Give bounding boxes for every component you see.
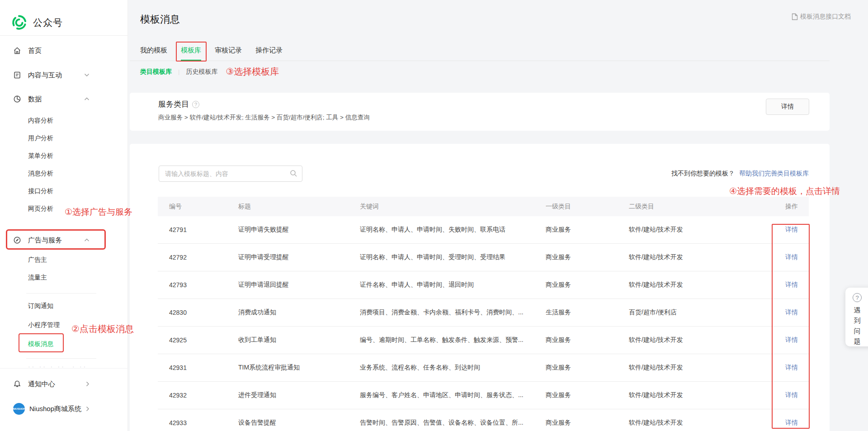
table-row: 42791证明申请失败提醒证明名称、申请人、申请时间、失败时间、联系电话商业服务… xyxy=(158,216,809,244)
help-widget-char: 到 xyxy=(854,315,861,326)
sidebar-subitem[interactable]: 订阅通知 xyxy=(0,297,127,316)
column-header: 关键词 xyxy=(349,203,534,211)
sidebar-subitem[interactable]: 模板消息 xyxy=(0,335,127,354)
subtab-bar: 类目模板库 | 历史模板库 ③选择模板库 xyxy=(140,66,279,78)
chevron-up-icon xyxy=(84,97,90,101)
help-line: 找不到你想要的模板？ 帮助我们完善类目模板库 xyxy=(671,170,809,178)
chevron-right-icon xyxy=(86,406,90,412)
table-cell: 商业服务 xyxy=(534,226,618,234)
sidebar-item-data[interactable]: 数据 xyxy=(0,90,127,108)
template-table-card: 找不到你想要的模板？ 帮助我们完善类目模板库 编号标题关键词一级类目二级类目操作… xyxy=(130,144,830,431)
detail-link[interactable]: 详情 xyxy=(785,281,798,288)
subtab-category-library[interactable]: 类目模板库 xyxy=(140,68,172,76)
table-cell: 42792 xyxy=(158,254,227,261)
sidebar-subitem[interactable]: 接口分析 xyxy=(0,182,127,200)
tab-1[interactable]: 模板库 xyxy=(181,40,201,61)
sidebar-item-home[interactable]: 首页 xyxy=(0,42,127,60)
table-cell: 商业服务 xyxy=(534,391,618,399)
tab-0[interactable]: 我的模板 xyxy=(140,40,167,61)
sidebar-subitem[interactable]: 流量主 xyxy=(0,269,127,286)
bell-icon xyxy=(13,380,21,388)
table-cell: 收到工单通知 xyxy=(227,336,349,344)
category-detail-button[interactable]: 详情 xyxy=(766,99,809,115)
sidebar-subitem[interactable]: 广告主 xyxy=(0,251,127,269)
improve-library-link[interactable]: 帮助我们完善类目模板库 xyxy=(739,170,809,177)
table-cell: 软件/建站/技术开发 xyxy=(618,336,764,344)
page-title: 模板消息 xyxy=(140,13,180,26)
sidebar-item-notification-center[interactable]: 通知中心 xyxy=(0,375,127,393)
detail-link[interactable]: 详情 xyxy=(785,253,798,260)
table-cell: 软件/建站/技术开发 xyxy=(618,281,764,289)
sidebar-subitem[interactable]: 消息分析 xyxy=(0,165,127,182)
chevron-right-icon xyxy=(86,381,90,387)
table-cell: 42925 xyxy=(158,336,227,344)
tab-3[interactable]: 操作记录 xyxy=(255,40,283,61)
table-cell: 商业服务 xyxy=(534,336,618,344)
question-circle-icon[interactable]: ? xyxy=(192,101,199,108)
detail-link[interactable]: 详情 xyxy=(785,419,798,426)
table-cell: 编号、逾期时间、工单名称、触发条件、触发来源、预警... xyxy=(349,336,534,344)
detail-link[interactable]: 详情 xyxy=(785,308,798,316)
table-cell: 进件受理通知 xyxy=(227,391,349,399)
table-cell: 设备告警提醒 xyxy=(227,419,349,427)
data-subnav: 内容分析用户分析菜单分析消息分析接口分析网页分析 xyxy=(0,112,127,218)
sidebar-item-label: 首页 xyxy=(28,47,42,55)
sidebar-subitem[interactable]: 菜单分析 xyxy=(0,147,127,165)
subtab-history-library[interactable]: 历史模板库 xyxy=(186,68,217,76)
search-input[interactable] xyxy=(159,166,302,182)
table-cell: 商业服务 xyxy=(534,419,618,427)
tab-2[interactable]: 审核记录 xyxy=(215,40,242,61)
sidebar-item-label: 数据 xyxy=(28,95,42,104)
table-cell: 证明申请受理提醒 xyxy=(227,253,349,261)
table-cell: 证件名称、申请人、申请时间、退回时间 xyxy=(349,281,534,289)
sidebar-subitem[interactable]: 用户分析 xyxy=(0,129,127,147)
tab-bar: 我的模板模板库审核记录操作记录 xyxy=(130,40,830,61)
table-cell: 生活服务 xyxy=(534,308,618,317)
table-cell: 商业服务 xyxy=(534,253,618,261)
detail-link[interactable]: 详情 xyxy=(785,391,798,398)
table-row: 42932进件受理通知服务编号、客户姓名、申请地区、申请时间、服务状态、...商… xyxy=(158,382,809,409)
question-circle-icon: ? xyxy=(853,293,862,302)
subtab-separator: | xyxy=(178,68,179,75)
table-cell: 百货/超市/便利店 xyxy=(618,308,764,317)
detail-link[interactable]: 详情 xyxy=(785,336,798,343)
help-widget-char: 问 xyxy=(854,326,861,336)
table-cell-action: 详情 xyxy=(764,253,809,261)
brand-logo[interactable]: 公众号 xyxy=(0,0,127,35)
column-header: 一级类目 xyxy=(534,203,618,211)
detail-link[interactable]: 详情 xyxy=(785,364,798,371)
sidebar-item-content-interaction[interactable]: 内容与互动 xyxy=(0,66,127,84)
detail-link[interactable]: 详情 xyxy=(785,226,798,233)
table-cell: 证明申请失败提醒 xyxy=(227,226,349,234)
table-cell: 42933 xyxy=(158,419,227,426)
help-widget[interactable]: ? 遇到问题 xyxy=(845,288,868,346)
table-cell-action: 详情 xyxy=(764,226,809,234)
search-icon[interactable] xyxy=(290,170,297,179)
table-cell: 消费项目、消费金额、卡内余额、福利卡号、消费时间、... xyxy=(349,308,534,317)
doc-link-label: 模板消息接口文档 xyxy=(800,13,851,21)
table-header-row: 编号标题关键词一级类目二级类目操作 xyxy=(158,197,809,216)
compass-icon xyxy=(13,236,21,244)
table-cell: 42793 xyxy=(158,281,227,289)
table-cell: 证明申请退回提醒 xyxy=(227,281,349,289)
wechat-official-account-logo-icon xyxy=(11,14,28,31)
sidebar-subitem[interactable]: 内容分析 xyxy=(0,112,127,129)
table-row: 42792证明申请受理提醒证明名称、申请人、申请时间、受理时间、受理结果商业服务… xyxy=(158,244,809,271)
sidebar-item-niushop[interactable]: NIUSHOP Niushop商城系统 xyxy=(0,400,127,418)
table-cell: 证明名称、申请人、申请时间、受理时间、受理结果 xyxy=(349,253,534,261)
table-cell: 42932 xyxy=(158,392,227,399)
table-cell: 软件/建站/技术开发 xyxy=(618,226,764,234)
table-cell: 软件/建站/技术开发 xyxy=(618,253,764,261)
table-cell-action: 详情 xyxy=(764,281,809,289)
table-cell-action: 详情 xyxy=(764,391,809,399)
sidebar-item-ads-services[interactable]: 广告与服务 xyxy=(0,231,127,249)
template-api-doc-link[interactable]: 模板消息接口文档 xyxy=(792,13,851,21)
table-row: 42793证明申请退回提醒证件名称、申请人、申请时间、退回时间商业服务软件/建站… xyxy=(158,271,809,299)
table-body: 42791证明申请失败提醒证明名称、申请人、申请时间、失败时间、联系电话商业服务… xyxy=(158,216,809,431)
help-widget-char: 遇 xyxy=(854,305,861,315)
sidebar-divider xyxy=(26,293,96,294)
table-row: 42933设备告警提醒告警时间、告警原因、告警值、设备名称、设备位置、所...商… xyxy=(158,409,809,431)
table-cell-action: 详情 xyxy=(764,419,809,427)
table-cell-action: 详情 xyxy=(764,308,809,317)
file-icon xyxy=(792,13,798,20)
